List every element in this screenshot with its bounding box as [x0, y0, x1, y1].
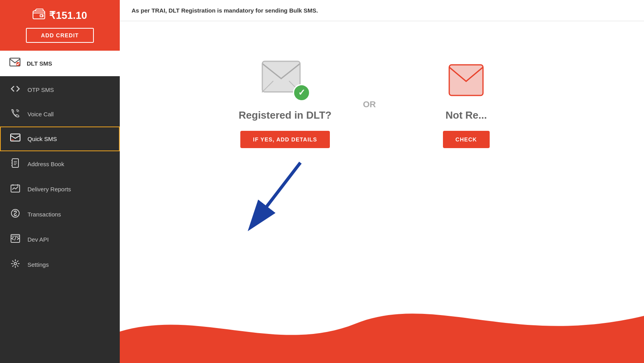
address-book-label: Address Book [27, 161, 64, 167]
check-button[interactable]: CHECK [443, 131, 490, 148]
sidebar-header: ₹151.10 ADD CREDIT [0, 0, 120, 51]
svg-rect-25 [449, 65, 483, 95]
check-circle-icon [293, 84, 310, 101]
add-credit-button[interactable]: ADD CREDIT [26, 28, 93, 43]
phone-icon [10, 109, 20, 119]
sidebar-item-address-book[interactable]: Address Book [0, 151, 120, 177]
or-divider: OR [363, 99, 376, 110]
credit-row: ₹151.10 [33, 9, 87, 22]
if-yes-add-details-button[interactable]: IF YES, ADD DETAILS [240, 131, 329, 148]
sidebar-item-delivery-reports[interactable]: Delivery Reports [0, 177, 120, 202]
sidebar-item-settings[interactable]: Settings [0, 252, 120, 277]
not-registered-card: Not Re... CHECK [407, 60, 525, 148]
sidebar-item-voice-call[interactable]: Voice Call [0, 102, 120, 126]
dev-api-icon [10, 234, 20, 245]
content-area: Registered in DLT? IF YES, ADD DETAILS O… [120, 21, 644, 363]
main-content: As per TRAI, DLT Registration is mandato… [120, 0, 644, 363]
quick-sms-label: Quick SMS [27, 136, 57, 142]
nav-items: OTP SMS Voice Call Quick S [0, 76, 120, 277]
delivery-reports-icon [10, 184, 20, 194]
registered-dlt-card: Registered in DLT? IF YES, ADD DETAILS [239, 60, 331, 148]
dev-api-label: Dev API [27, 236, 49, 243]
dlt-sms-label: DLT SMS [27, 60, 52, 67]
registered-card-title: Registered in DLT? [239, 109, 331, 121]
not-registered-title: Not Re... [445, 109, 487, 121]
otp-sms-label: OTP SMS [27, 86, 54, 93]
voice-call-label: Voice Call [27, 111, 54, 117]
mail-envelope-icon [9, 58, 20, 69]
sidebar-item-dev-api[interactable]: Dev API [0, 227, 120, 252]
code-icon [10, 85, 20, 95]
settings-label: Settings [27, 261, 49, 268]
cards-container: Registered in DLT? IF YES, ADD DETAILS O… [120, 37, 644, 172]
red-wave-decoration [120, 277, 644, 363]
delivery-reports-label: Delivery Reports [27, 186, 71, 192]
svg-point-23 [14, 262, 16, 265]
svg-line-21 [15, 236, 16, 240]
transactions-icon [10, 209, 20, 220]
sidebar: ₹151.10 ADD CREDIT DLT SMS OTP SMS [0, 0, 120, 363]
notice-text: As per TRAI, DLT Registration is mandato… [132, 7, 318, 14]
registered-envelope-icon [262, 60, 309, 100]
quick-sms-icon [10, 134, 20, 144]
sidebar-item-quick-sms[interactable]: Quick SMS [0, 126, 120, 151]
sidebar-item-transactions[interactable]: Transactions [0, 202, 120, 227]
wallet-icon [33, 9, 45, 22]
not-registered-icon [446, 60, 486, 100]
credit-amount: ₹151.10 [49, 9, 87, 22]
transactions-label: Transactions [27, 211, 61, 218]
sidebar-item-otp-sms[interactable]: OTP SMS [0, 78, 120, 102]
settings-icon [10, 259, 20, 270]
notice-bar: As per TRAI, DLT Registration is mandato… [120, 0, 644, 21]
sidebar-item-dlt-sms[interactable]: DLT SMS [0, 51, 120, 76]
address-book-icon [10, 158, 20, 170]
svg-point-2 [40, 15, 42, 16]
